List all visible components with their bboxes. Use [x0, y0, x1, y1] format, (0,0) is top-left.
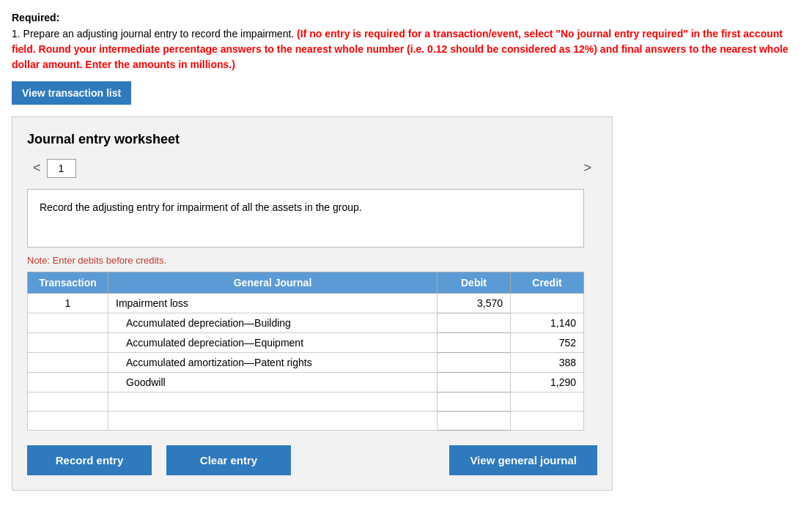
header-general-journal: General Journal	[108, 272, 438, 294]
table-cell-credit-0[interactable]	[511, 294, 584, 313]
view-transaction-button[interactable]: View transaction list	[12, 81, 131, 105]
table-cell-credit-2[interactable]: 752	[511, 333, 584, 353]
table-cell-credit-5[interactable]	[511, 393, 584, 412]
table-cell-journal-5[interactable]	[108, 393, 438, 412]
description-box: Record the adjusting entry for impairmen…	[27, 189, 584, 248]
table-cell-credit-4[interactable]: 1,290	[511, 373, 584, 393]
clear-entry-button[interactable]: Clear entry	[166, 445, 291, 475]
header-transaction: Transaction	[28, 272, 108, 294]
table-cell-debit-6[interactable]	[438, 412, 511, 431]
table-cell-transaction-5	[28, 393, 108, 412]
nav-row: < >	[27, 157, 597, 179]
table-cell-debit-5[interactable]	[438, 393, 511, 412]
table-cell-journal-3[interactable]: Accumulated amortization—Patent rights	[108, 353, 438, 373]
next-arrow[interactable]: >	[577, 157, 597, 179]
table-cell-journal-6[interactable]	[108, 412, 438, 431]
table-cell-credit-6[interactable]	[511, 412, 584, 431]
journal-table: Transaction General Journal Debit Credit…	[27, 272, 584, 431]
table-cell-transaction-2	[28, 333, 108, 353]
table-cell-journal-2[interactable]: Accumulated depreciation—Equipment	[108, 333, 438, 353]
table-cell-journal-1[interactable]: Accumulated depreciation—Building	[108, 313, 438, 333]
table-cell-debit-0[interactable]: 3,570	[438, 294, 511, 313]
worksheet-title: Journal entry worksheet	[27, 132, 597, 147]
table-cell-transaction-4	[28, 373, 108, 393]
view-general-journal-button[interactable]: View general journal	[449, 445, 597, 475]
instructions: 1. Prepare an adjusting journal entry to…	[12, 26, 800, 72]
header-credit: Credit	[511, 272, 584, 294]
table-cell-journal-4[interactable]: Goodwill	[108, 373, 438, 393]
table-cell-journal-0[interactable]: Impairment loss	[108, 294, 438, 313]
required-label: Required:	[12, 12, 800, 23]
page-number-input[interactable]	[47, 159, 76, 178]
header-debit: Debit	[438, 272, 511, 294]
table-cell-credit-3[interactable]: 388	[511, 353, 584, 373]
worksheet-container: Journal entry worksheet < > Record the a…	[12, 116, 613, 491]
table-cell-transaction-6	[28, 412, 108, 431]
table-cell-debit-4[interactable]	[438, 373, 511, 393]
table-cell-transaction-3	[28, 353, 108, 373]
table-cell-transaction-0: 1	[28, 294, 108, 313]
instruction-text: 1. Prepare an adjusting journal entry to…	[12, 28, 294, 40]
table-cell-debit-3[interactable]	[438, 353, 511, 373]
bottom-buttons: Record entry Clear entry View general jo…	[27, 445, 597, 475]
record-entry-button[interactable]: Record entry	[27, 445, 152, 475]
note-text: Note: Enter debits before credits.	[27, 255, 597, 266]
table-cell-credit-1[interactable]: 1,140	[511, 313, 584, 333]
prev-arrow[interactable]: <	[27, 157, 47, 179]
table-cell-debit-2[interactable]	[438, 333, 511, 353]
table-cell-debit-1[interactable]	[438, 313, 511, 333]
table-cell-transaction-1	[28, 313, 108, 333]
